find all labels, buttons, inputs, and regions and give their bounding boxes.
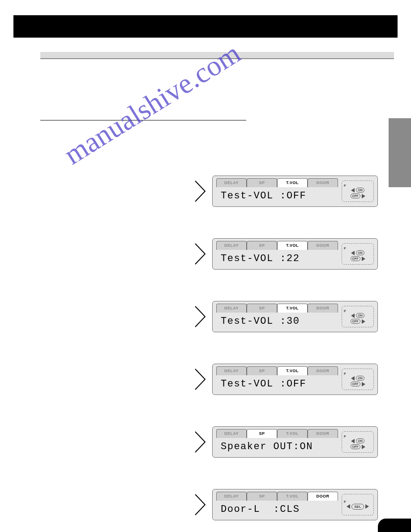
on-off-control-icon: FONOFF: [342, 369, 374, 390]
right-arrow-icon: [365, 504, 369, 509]
left-arrow-icon: [351, 313, 355, 318]
on-off-control-icon: FONOFF: [342, 180, 374, 202]
sel-pill: SEL: [351, 504, 364, 510]
lcd-item: DELAYSPT.VOLDOORTest-VOL :30FONOFF: [193, 301, 381, 332]
lcd-tab-tvol: T.VOL: [277, 366, 308, 375]
on-row: ON: [351, 250, 364, 255]
lcd-tab-delay: DELAY: [216, 429, 247, 438]
lcd-tab-delay: DELAY: [216, 178, 247, 187]
lcd-item: DELAYSPT.VOLDOORDoor-L :CLSFSEL: [193, 489, 381, 520]
lcd-panel: DELAYSPT.VOLDOORDoor-L :CLSFSEL: [212, 489, 378, 520]
lcd-item: DELAYSPT.VOLDOORTest-VOL :22FONOFF: [193, 238, 381, 270]
lcd-tab-sp: SP: [247, 492, 277, 501]
sub-rule: [40, 120, 246, 120]
lcd-item: DELAYSPT.VOLDOORSpeaker OUT:ONFONOFF: [193, 426, 381, 458]
right-arrow-icon: [362, 194, 365, 198]
page-number-corner: [378, 519, 411, 532]
on-row: ON: [351, 376, 364, 381]
on-pill: ON: [356, 250, 364, 255]
on-pill: ON: [356, 188, 364, 193]
off-pill: OFF: [351, 193, 360, 198]
lcd-tabs: DELAYSPT.VOLDOOR: [216, 178, 338, 187]
lcd-tabs: DELAYSPT.VOLDOOR: [216, 492, 338, 501]
sel-row: SEL: [347, 504, 369, 510]
off-row: OFF: [351, 193, 365, 198]
lcd-readout: Test-VOL :30: [216, 313, 338, 330]
on-off-control-icon: FONOFF: [342, 431, 374, 453]
header-gray-rule: [40, 52, 394, 59]
lcd-readout: Test-VOL :OFF: [216, 187, 338, 204]
off-pill: OFF: [351, 444, 360, 449]
step-arrow-icon: [193, 493, 207, 517]
lcd-list: DELAYSPT.VOLDOORTest-VOL :OFFFONOFFDELAY…: [193, 176, 381, 532]
f-label: F: [344, 372, 346, 376]
lcd-tabs: DELAYSPT.VOLDOOR: [216, 429, 338, 438]
lcd-tabs: DELAYSPT.VOLDOOR: [216, 366, 338, 375]
right-arrow-icon: [362, 257, 365, 261]
left-arrow-icon: [351, 439, 355, 443]
sel-control-icon: FSEL: [342, 494, 374, 515]
right-arrow-icon: [362, 382, 365, 386]
lcd-tab-door: DOOR: [308, 304, 338, 313]
lcd-tab-tvol: T.VOL: [277, 304, 308, 313]
f-label: F: [344, 435, 346, 438]
lcd-readout: Speaker OUT:ON: [216, 438, 338, 455]
lcd-panel: DELAYSPT.VOLDOORTest-VOL :30FONOFF: [212, 301, 378, 332]
lcd-readout: Door-L :CLS: [216, 501, 338, 518]
lcd-tab-door: DOOR: [308, 492, 338, 501]
f-label: F: [344, 500, 346, 504]
on-pill: ON: [356, 376, 364, 381]
lcd-tab-sp: SP: [247, 241, 277, 250]
step-arrow-icon: [193, 367, 207, 391]
side-thumb-tab: [389, 118, 411, 187]
step-arrow-icon: [193, 305, 207, 329]
off-row: OFF: [351, 256, 365, 261]
manual-page: DELAYSPT.VOLDOORTest-VOL :OFFFONOFFDELAY…: [0, 0, 411, 532]
f-label: F: [344, 309, 346, 313]
header-black-bar: [13, 15, 398, 38]
lcd-panel: DELAYSPT.VOLDOORTest-VOL :OFFFONOFF: [212, 176, 378, 207]
lcd-tab-tvol: T.VOL: [277, 429, 308, 438]
lcd-tab-sp: SP: [247, 366, 277, 375]
on-row: ON: [351, 313, 364, 318]
on-off-control-icon: FONOFF: [342, 243, 374, 265]
lcd-tab-door: DOOR: [308, 429, 338, 438]
lcd-tabs: DELAYSPT.VOLDOOR: [216, 241, 338, 250]
off-row: OFF: [351, 382, 365, 386]
lcd-tab-sp: SP: [247, 429, 277, 438]
lcd-tab-tvol: T.VOL: [277, 492, 308, 501]
lcd-tab-tvol: T.VOL: [277, 178, 308, 187]
f-label: F: [344, 184, 346, 188]
lcd-screen: DELAYSPT.VOLDOORDoor-L :CLS: [216, 492, 338, 518]
off-pill: OFF: [351, 382, 360, 386]
off-row: OFF: [351, 319, 365, 324]
lcd-readout: Test-VOL :OFF: [216, 375, 338, 392]
off-pill: OFF: [351, 319, 360, 324]
on-pill: ON: [356, 438, 364, 443]
right-arrow-icon: [362, 319, 365, 324]
lcd-screen: DELAYSPT.VOLDOORTest-VOL :OFF: [216, 366, 338, 392]
left-arrow-icon: [351, 251, 355, 255]
lcd-item: DELAYSPT.VOLDOORTest-VOL :OFFFONOFF: [193, 176, 381, 207]
lcd-readout: Test-VOL :22: [216, 250, 338, 267]
on-off-control-icon: FONOFF: [342, 306, 374, 327]
lcd-tab-delay: DELAY: [216, 492, 247, 501]
step-arrow-icon: [193, 179, 207, 203]
lcd-tab-door: DOOR: [308, 366, 338, 375]
lcd-tabs: DELAYSPT.VOLDOOR: [216, 304, 338, 313]
lcd-screen: DELAYSPT.VOLDOORTest-VOL :30: [216, 304, 338, 330]
lcd-tab-sp: SP: [247, 178, 277, 187]
left-arrow-icon: [347, 504, 350, 509]
lcd-panel: DELAYSPT.VOLDOORTest-VOL :22FONOFF: [212, 238, 378, 270]
on-row: ON: [351, 438, 364, 443]
lcd-tab-delay: DELAY: [216, 241, 247, 250]
step-arrow-icon: [193, 430, 207, 454]
step-arrow-icon: [193, 242, 207, 266]
lcd-screen: DELAYSPT.VOLDOORTest-VOL :22: [216, 241, 338, 267]
lcd-screen: DELAYSPT.VOLDOORSpeaker OUT:ON: [216, 429, 338, 455]
lcd-tab-door: DOOR: [308, 241, 338, 250]
f-label: F: [344, 247, 346, 250]
lcd-tab-tvol: T.VOL: [277, 241, 308, 250]
lcd-panel: DELAYSPT.VOLDOORSpeaker OUT:ONFONOFF: [212, 426, 378, 458]
off-pill: OFF: [351, 256, 360, 261]
